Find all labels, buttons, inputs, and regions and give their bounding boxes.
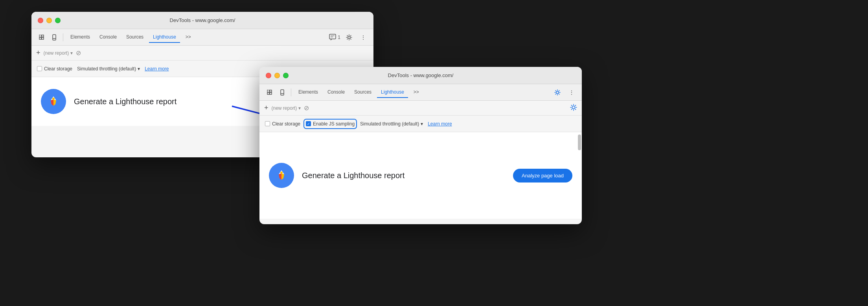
learn-more-back[interactable]: Learn more [145,66,169,72]
svg-point-20 [556,91,559,94]
throttle-arrow-back: ▾ [138,66,140,72]
svg-rect-4 [53,35,56,40]
add-report-back[interactable]: + [36,49,40,57]
generate-title-front: Generate a Lighthouse report [302,171,505,180]
title-bar-front: DevTools - www.google.com/ [259,67,582,84]
clear-storage-checkbox-back[interactable] [37,66,42,71]
tab-sources-front[interactable]: Sources [350,87,375,98]
svg-point-23 [280,171,283,174]
clear-storage-label-front: Clear storage [272,121,300,127]
toolbar-back: Elements Console Sources Lighthouse >> 1 [31,29,373,46]
comment-button-back[interactable]: 1 [329,34,340,41]
settings-icon-front[interactable] [552,87,563,98]
close-button-front[interactable] [266,73,271,78]
report-placeholder-back: (new report) [44,50,69,56]
maximize-button-back[interactable] [55,18,61,23]
svg-rect-2 [39,37,41,39]
clear-storage-label-back: Clear storage [44,66,72,72]
toolbar-right-front: ⋮ [552,87,577,98]
toolbar-separator-1 [63,33,63,41]
tab-console-front[interactable]: Console [324,87,349,98]
throttle-label-front: Simulated throttling (default) [360,121,419,127]
tab-elements-back[interactable]: Elements [66,32,94,43]
tab-more-front[interactable]: >> [410,87,423,98]
scrollbar-thumb-front[interactable] [578,135,581,150]
settings-icon-back[interactable] [344,32,355,43]
svg-rect-3 [42,37,44,39]
svg-rect-15 [270,90,272,92]
options-area-front: Clear storage ✓ Enable JS sampling Simul… [259,116,582,132]
svg-point-21 [572,106,575,109]
mobile-icon-front[interactable] [277,87,288,98]
add-report-front[interactable]: + [264,104,268,112]
enable-js-option-front: ✓ Enable JS sampling [305,120,355,127]
enable-js-label-front: Enable JS sampling [313,121,355,127]
toolbar-right-back: 1 ⋮ [329,32,369,43]
report-bar-front: + (new report) ▾ ⊘ [259,101,582,116]
report-selector-back[interactable]: (new report) ▾ [44,50,73,56]
throttle-option-back: Simulated throttling (default) ▾ [77,66,140,72]
more-icon-front[interactable]: ⋮ [566,87,577,98]
tab-console-back[interactable]: Console [96,32,121,43]
tab-lighthouse-front[interactable]: Lighthouse [377,87,408,98]
title-bar-back: DevTools - www.google.com/ [31,12,373,29]
dropdown-arrow-front: ▾ [298,105,301,111]
svg-point-11 [52,98,55,100]
report-selector-front[interactable]: (new report) ▾ [272,105,301,111]
traffic-lights-front [266,73,289,78]
comment-count-back: 1 [338,35,340,40]
cancel-icon-back[interactable]: ⊘ [76,49,81,57]
options-bar-front: Clear storage ✓ Enable JS sampling Simul… [259,116,582,132]
minimize-button-front[interactable] [274,73,280,78]
devtools-window-front: DevTools - www.google.com/ Elements Cons… [259,67,582,224]
svg-rect-6 [329,34,336,39]
enable-js-checkbox-front[interactable]: ✓ [306,121,311,126]
tab-more-back[interactable]: >> [182,32,195,43]
throttle-arrow-front: ▾ [421,121,423,127]
learn-more-front[interactable]: Learn more [428,121,452,127]
analyze-button[interactable]: Analyze page load [513,169,572,182]
window-title-front: DevTools - www.google.com/ [388,72,454,78]
tab-lighthouse-back[interactable]: Lighthouse [149,32,180,43]
maximize-button-front[interactable] [283,73,289,78]
cursor-icon[interactable] [36,32,47,43]
window-title-back: DevTools - www.google.com/ [170,17,235,23]
report-placeholder-front: (new report) [272,105,297,111]
clear-storage-option-front: Clear storage [265,121,300,127]
svg-rect-17 [270,92,272,94]
minimize-button-back[interactable] [46,18,52,23]
svg-rect-14 [267,90,269,92]
close-button-back[interactable] [38,18,43,23]
toolbar-front: Elements Console Sources Lighthouse >> ⋮ [259,84,582,101]
settings-gear-front[interactable] [570,104,577,112]
tab-elements-front[interactable]: Elements [294,87,322,98]
clear-storage-option-back: Clear storage [37,66,72,72]
tab-sources-back[interactable]: Sources [122,32,147,43]
lighthouse-logo-back [41,89,66,114]
throttle-option-front: Simulated throttling (default) ▾ [360,121,423,127]
more-icon-back[interactable]: ⋮ [358,32,369,43]
lighthouse-logo-front [269,163,294,188]
clear-storage-checkbox-front[interactable] [265,121,270,126]
mobile-icon[interactable] [49,32,60,43]
throttle-label-back: Simulated throttling (default) [77,66,136,72]
svg-rect-0 [39,35,41,37]
svg-rect-16 [267,92,269,94]
toolbar-separator-front [291,88,291,96]
svg-point-9 [348,36,350,39]
traffic-lights-back [38,18,61,23]
cursor-icon-front[interactable] [264,87,275,98]
svg-rect-1 [42,35,44,37]
main-content-front: Generate a Lighthouse report Analyze pag… [259,132,582,219]
report-bar-back: + (new report) ▾ ⊘ [31,46,373,61]
svg-rect-18 [281,90,284,95]
dropdown-arrow-back: ▾ [70,50,73,56]
cancel-icon-front[interactable]: ⊘ [304,104,309,112]
